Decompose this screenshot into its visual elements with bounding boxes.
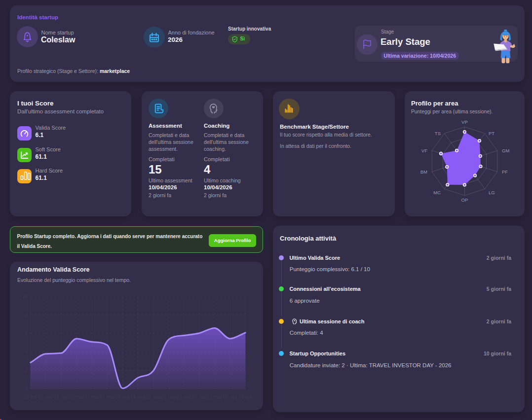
svg-text:20 mar: 20 mar [191, 394, 207, 400]
svg-text:02 mar: 02 mar [84, 394, 100, 400]
svg-text:09 mar: 09 mar [115, 394, 131, 400]
svg-text:01 mar: 01 mar [38, 394, 54, 400]
svg-text:20 mar: 20 mar [146, 394, 161, 400]
svg-text:OP: OP [461, 197, 468, 203]
svg-text:VP: VP [461, 119, 468, 125]
svg-text:02 mar: 02 mar [100, 394, 115, 400]
svg-text:TS: TS [435, 131, 441, 136]
svg-text:6: 6 [25, 331, 28, 336]
svg-text:PF: PF [502, 169, 508, 175]
svg-text:BM: BM [420, 169, 427, 175]
svg-text:20 mar: 20 mar [161, 394, 177, 400]
svg-text:4: 4 [25, 349, 28, 354]
svg-text:06 apr: 06 apr [223, 394, 237, 400]
svg-text:2: 2 [25, 368, 28, 373]
svg-text:20 mar: 20 mar [176, 394, 192, 400]
svg-text:10: 10 [22, 294, 28, 299]
svg-text:01 mar: 01 mar [53, 394, 69, 400]
svg-text:VF: VF [421, 148, 427, 153]
svg-text:02 mar: 02 mar [69, 394, 85, 400]
svg-text:PT: PT [489, 131, 494, 136]
svg-text:22 mar: 22 mar [207, 394, 223, 400]
svg-text:GM: GM [502, 148, 509, 153]
svg-text:0: 0 [25, 386, 28, 391]
svg-text:8: 8 [25, 313, 28, 318]
svg-text:14 mar: 14 mar [130, 394, 146, 400]
svg-text:MC: MC [433, 190, 441, 195]
svg-text:LG: LG [489, 190, 495, 195]
svg-text:10 apr: 10 apr [238, 394, 253, 400]
svg-text:28 feb: 28 feb [24, 394, 38, 400]
